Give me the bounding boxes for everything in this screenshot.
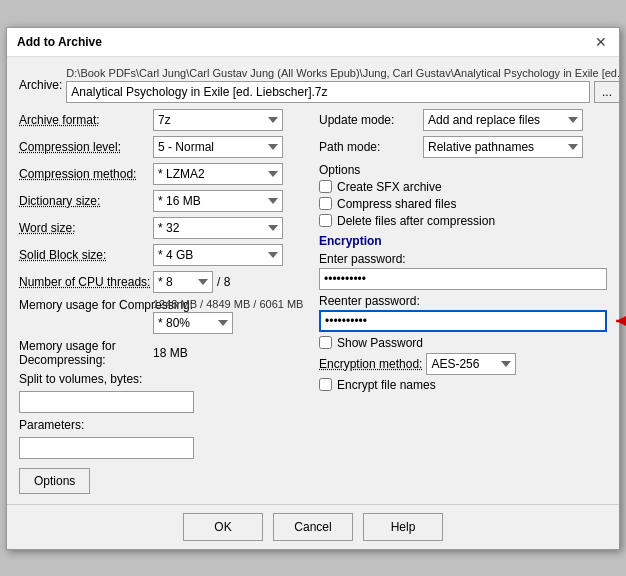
- memory-compressing-label: Memory usage for Compressing:: [19, 298, 149, 312]
- word-size-select[interactable]: * 32: [153, 217, 283, 239]
- dialog-content: Archive: D:\Book PDFs\Carl Jung\Carl Gus…: [7, 57, 619, 504]
- compression-level-row: Compression level: 5 - Normal: [19, 136, 309, 158]
- options-button[interactable]: Options: [19, 468, 90, 494]
- memory-decompressing-label: Memory usage for Decompressing:: [19, 339, 149, 367]
- delete-files-label: Delete files after compression: [337, 214, 495, 228]
- dialog-footer: OK Cancel Help: [7, 504, 619, 549]
- right-column: Update mode: Add and replace files Path …: [319, 109, 607, 494]
- solid-block-select[interactable]: * 4 GB: [153, 244, 283, 266]
- solid-block-label: Solid Block size:: [19, 248, 149, 262]
- memory-pct-select[interactable]: * 80%: [153, 312, 233, 334]
- close-button[interactable]: ✕: [593, 34, 609, 50]
- split-volumes-row: Split to volumes, bytes:: [19, 372, 309, 386]
- archive-format-label: Archive format:: [19, 113, 149, 127]
- encrypt-filenames-label: Encrypt file names: [337, 378, 436, 392]
- compression-method-select[interactable]: * LZMA2: [153, 163, 283, 185]
- delete-files-checkbox[interactable]: [319, 214, 332, 227]
- enter-password-label: Enter password:: [319, 252, 607, 266]
- memory-compressing-values: 1248 MB / 4849 MB / 6061 MB: [153, 298, 303, 310]
- params-label: Parameters:: [19, 418, 149, 432]
- add-to-archive-dialog: Add to Archive ✕ Archive: D:\Book PDFs\C…: [6, 27, 620, 550]
- encrypt-filenames-checkbox[interactable]: [319, 378, 332, 391]
- archive-path-box: D:\Book PDFs\Carl Jung\Carl Gustav Jung …: [66, 67, 620, 103]
- dictionary-size-label: Dictionary size:: [19, 194, 149, 208]
- create-sfx-label: Create SFX archive: [337, 180, 442, 194]
- split-volumes-input[interactable]: [19, 391, 194, 413]
- reenter-password-row: Reenter password:: [319, 294, 607, 332]
- encryption-method-select[interactable]: AES-256: [426, 353, 516, 375]
- cpu-threads-row: Number of CPU threads: * 8 / 8: [19, 271, 309, 293]
- red-arrow-icon: [612, 311, 626, 331]
- dictionary-size-row: Dictionary size: * 16 MB: [19, 190, 309, 212]
- delete-files-row: Delete files after compression: [319, 214, 607, 228]
- show-password-checkbox[interactable]: [319, 336, 332, 349]
- params-input[interactable]: [19, 437, 194, 459]
- path-mode-label: Path mode:: [319, 140, 419, 154]
- params-row: Parameters:: [19, 418, 309, 432]
- compression-method-row: Compression method: * LZMA2: [19, 163, 309, 185]
- update-mode-row: Update mode: Add and replace files: [319, 109, 607, 131]
- split-volumes-label: Split to volumes, bytes:: [19, 372, 149, 386]
- help-button[interactable]: Help: [363, 513, 443, 541]
- options-section-title: Options: [319, 163, 607, 177]
- update-mode-select[interactable]: Add and replace files: [423, 109, 583, 131]
- cpu-threads-of: / 8: [217, 275, 230, 289]
- main-body: Archive format: 7z Compression level: 5 …: [19, 109, 607, 494]
- show-password-label: Show Password: [337, 336, 423, 350]
- memory-decompressing-row: Memory usage for Decompressing: 18 MB: [19, 339, 309, 367]
- reenter-password-input[interactable]: [319, 310, 607, 332]
- show-password-row: Show Password: [319, 336, 607, 350]
- path-mode-row: Path mode: Relative pathnames: [319, 136, 607, 158]
- archive-row: Archive: D:\Book PDFs\Carl Jung\Carl Gus…: [19, 67, 607, 103]
- compress-shared-row: Compress shared files: [319, 197, 607, 211]
- cancel-button[interactable]: Cancel: [273, 513, 353, 541]
- reenter-password-label: Reenter password:: [319, 294, 607, 308]
- compression-level-label: Compression level:: [19, 140, 149, 154]
- word-size-row: Word size: * 32: [19, 217, 309, 239]
- create-sfx-row: Create SFX archive: [319, 180, 607, 194]
- cpu-threads-select[interactable]: * 8: [153, 271, 213, 293]
- enter-password-row: Enter password:: [319, 252, 607, 294]
- cpu-threads-label: Number of CPU threads:: [19, 275, 149, 289]
- compression-level-select[interactable]: 5 - Normal: [153, 136, 283, 158]
- archive-input[interactable]: [66, 81, 590, 103]
- left-column: Archive format: 7z Compression level: 5 …: [19, 109, 309, 494]
- encryption-method-label: Encryption method:: [319, 357, 422, 371]
- ok-button[interactable]: OK: [183, 513, 263, 541]
- encryption-section: Encryption Enter password: Reenter passw…: [319, 234, 607, 392]
- compress-shared-label: Compress shared files: [337, 197, 456, 211]
- solid-block-row: Solid Block size: * 4 GB: [19, 244, 309, 266]
- path-mode-select[interactable]: Relative pathnames: [423, 136, 583, 158]
- archive-label: Archive:: [19, 78, 62, 92]
- compression-method-label: Compression method:: [19, 167, 149, 181]
- word-size-label: Word size:: [19, 221, 149, 235]
- memory-compressing-block: Memory usage for Compressing: 1248 MB / …: [19, 298, 309, 334]
- dialog-title: Add to Archive: [17, 35, 102, 49]
- compress-shared-checkbox[interactable]: [319, 197, 332, 210]
- browse-button[interactable]: ...: [594, 81, 620, 103]
- archive-input-row: ...: [66, 81, 620, 103]
- encrypt-filenames-row: Encrypt file names: [319, 378, 607, 392]
- memory-decompressing-value: 18 MB: [153, 346, 188, 360]
- enter-password-input[interactable]: [319, 268, 607, 290]
- dictionary-size-select[interactable]: * 16 MB: [153, 190, 283, 212]
- encryption-section-title: Encryption: [319, 234, 607, 248]
- title-bar: Add to Archive ✕: [7, 28, 619, 57]
- archive-path-text: D:\Book PDFs\Carl Jung\Carl Gustav Jung …: [66, 67, 620, 79]
- encryption-method-row: Encryption method: AES-256: [319, 353, 607, 375]
- update-mode-label: Update mode:: [319, 113, 419, 127]
- archive-format-row: Archive format: 7z: [19, 109, 309, 131]
- archive-format-select[interactable]: 7z: [153, 109, 283, 131]
- create-sfx-checkbox[interactable]: [319, 180, 332, 193]
